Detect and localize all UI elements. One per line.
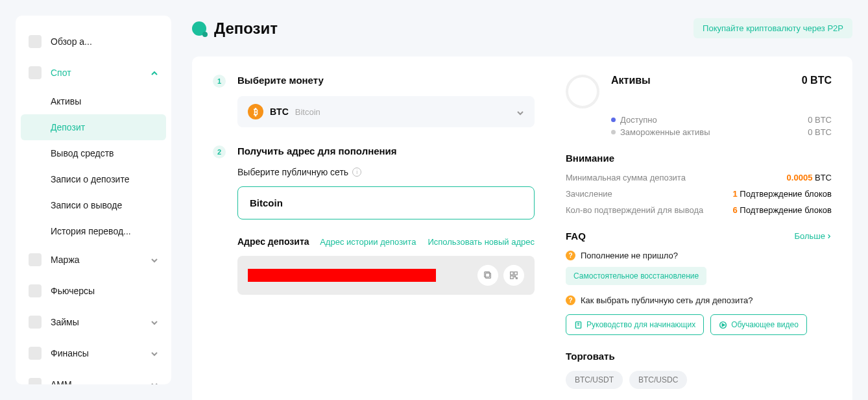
coin-name: Bitcoin — [295, 107, 320, 117]
min-deposit-unit: BTC — [812, 173, 832, 182]
btc-icon: ₿ — [248, 104, 263, 119]
step-2-title: Получить адрес для пополнения — [237, 145, 535, 156]
min-deposit-label: Минимальная сумма депозита — [566, 173, 686, 182]
nav-label: Спот — [51, 68, 71, 78]
assets-total: 0 BTC — [802, 75, 832, 86]
withdraw-conf-label: Кол-во подтверждений для вывода — [566, 205, 703, 215]
withdraw-text: Подтверждение блоков — [738, 205, 832, 215]
sidebar: Обзор а... Спот Активы Депозит Вывод сре… — [16, 16, 171, 384]
sub-withdraw-records[interactable]: Записи о выводе — [16, 192, 171, 218]
overview-icon — [29, 35, 42, 48]
faq-question-2[interactable]: ? Как выбрать публичную сеть для депозит… — [566, 295, 832, 305]
nav-finance[interactable]: Финансы — [16, 338, 171, 369]
new-address-link[interactable]: Использовать новый адрес — [428, 237, 535, 247]
faq-question-1[interactable]: ? Пополнение не пришло? — [566, 251, 832, 260]
sub-deposit-records[interactable]: Записи о депозите — [16, 166, 171, 192]
nav-amm[interactable]: AMM — [16, 369, 171, 384]
p2p-button[interactable]: Покупайте криптовалюту через P2P — [693, 18, 852, 38]
svg-rect-3 — [514, 272, 517, 275]
chevron-down-icon — [151, 349, 158, 357]
nav-futures[interactable]: Фьючерсы — [16, 275, 171, 306]
faq-q1-text: Пополнение не пришло? — [581, 251, 678, 260]
tutorial-video-button[interactable]: Обучающее видео — [710, 314, 807, 335]
min-deposit-amount: 0.0005 — [787, 173, 813, 182]
avatar — [566, 75, 599, 108]
spot-icon — [29, 66, 42, 79]
credit-label: Зачисление — [566, 189, 612, 199]
chevron-down-icon — [516, 108, 524, 116]
step-2: 2 Получить адрес для пополнения Выберите… — [213, 145, 535, 295]
address-history-link[interactable]: Адрес истории депозита — [320, 237, 416, 247]
coin-symbol: BTC — [270, 106, 289, 117]
chevron-down-icon — [151, 318, 158, 326]
withdraw-count: 6 — [733, 205, 738, 215]
address-title: Адрес депозита — [237, 236, 309, 247]
sub-transfer-history[interactable]: История перевод... — [16, 218, 171, 244]
nav-label: Маржа — [51, 255, 80, 265]
svg-rect-4 — [511, 276, 513, 279]
faq-more-link[interactable]: Больше — [795, 231, 832, 241]
svg-marker-11 — [722, 323, 725, 326]
chevron-down-icon — [151, 256, 158, 264]
deposit-form: 1 Выберите монету ₿ BTC Bitcoin 2 — [213, 75, 535, 389]
min-deposit-row: Минимальная сумма депозита 0.0005 BTC — [566, 173, 832, 182]
question-icon: ? — [566, 251, 575, 260]
nav-label: AMM — [51, 379, 72, 384]
beginner-guide-button[interactable]: Руководство для начинающих — [566, 314, 704, 335]
address-box — [237, 256, 535, 295]
dot-icon — [611, 118, 616, 122]
svg-rect-6 — [516, 278, 518, 279]
trade-pair[interactable]: BTC/USDT — [566, 371, 623, 389]
sub-assets[interactable]: Активы — [16, 88, 171, 114]
network-option[interactable]: Bitcoin — [237, 186, 535, 219]
nav-spot[interactable]: Спот — [16, 57, 171, 88]
trade-pair[interactable]: BTC/USDC — [629, 371, 687, 389]
spot-submenu: Активы Депозит Вывод средств Записи о де… — [16, 88, 171, 244]
credit-text: Подтверждение блоков — [738, 189, 832, 199]
assets-header: Активы 0 BTC — [566, 75, 832, 108]
nav-label: Фьючерсы — [51, 286, 95, 296]
address-value-redacted — [248, 269, 436, 282]
self-recovery-button[interactable]: Самостоятельное восстановление — [566, 267, 706, 285]
step-number: 2 — [213, 145, 226, 158]
faq-title: FAQ — [566, 231, 586, 242]
copy-button[interactable] — [477, 265, 498, 286]
info-panel: Активы 0 BTC Доступно 0 BTC Замороженные… — [566, 75, 832, 389]
futures-icon — [29, 284, 42, 297]
step-number: 1 — [213, 75, 226, 88]
sub-withdraw[interactable]: Вывод средств — [16, 140, 171, 166]
nav-label: Финансы — [51, 348, 89, 358]
finance-icon — [29, 347, 42, 360]
nav-margin[interactable]: Маржа — [16, 244, 171, 275]
deposit-icon — [192, 21, 206, 36]
step-1-title: Выберите монету — [237, 75, 535, 86]
main-content: Депозит Покупайте криптовалюту через P2P… — [171, 0, 868, 400]
svg-rect-2 — [511, 272, 513, 275]
svg-rect-5 — [514, 276, 516, 277]
withdraw-conf-row: Кол-во подтверждений для вывода 6 Подтве… — [566, 205, 832, 215]
qr-button[interactable] — [503, 265, 524, 286]
nav-loans[interactable]: Займы — [16, 306, 171, 338]
frozen-value: 0 BTC — [808, 127, 832, 137]
sub-deposit[interactable]: Депозит — [21, 114, 166, 140]
assets-title: Активы — [611, 75, 651, 86]
dot-icon — [611, 130, 616, 134]
faq-header: FAQ Больше — [566, 231, 832, 242]
coin-selector[interactable]: ₿ BTC Bitcoin — [237, 96, 535, 127]
address-header: Адрес депозита Адрес истории депозита Ис… — [237, 236, 535, 247]
chevron-up-icon — [151, 69, 158, 77]
deposit-card: 1 Выберите монету ₿ BTC Bitcoin 2 — [192, 56, 852, 400]
page-header: Депозит Покупайте криптовалюту через P2P — [192, 18, 852, 38]
available-row: Доступно 0 BTC — [611, 115, 832, 125]
info-icon[interactable]: i — [352, 168, 361, 177]
nav-overview[interactable]: Обзор а... — [16, 26, 171, 57]
network-label-row: Выберите публичную сеть i — [237, 167, 535, 177]
available-label: Доступно — [620, 115, 657, 125]
nav-label: Обзор а... — [51, 36, 92, 47]
margin-icon — [29, 253, 42, 266]
credit-row: Зачисление 1 Подтверждение блоков — [566, 189, 832, 199]
network-label: Выберите публичную сеть — [237, 167, 348, 177]
question-icon: ? — [566, 295, 575, 305]
loans-icon — [29, 316, 42, 329]
frozen-row: Замороженные активы 0 BTC — [611, 127, 832, 137]
